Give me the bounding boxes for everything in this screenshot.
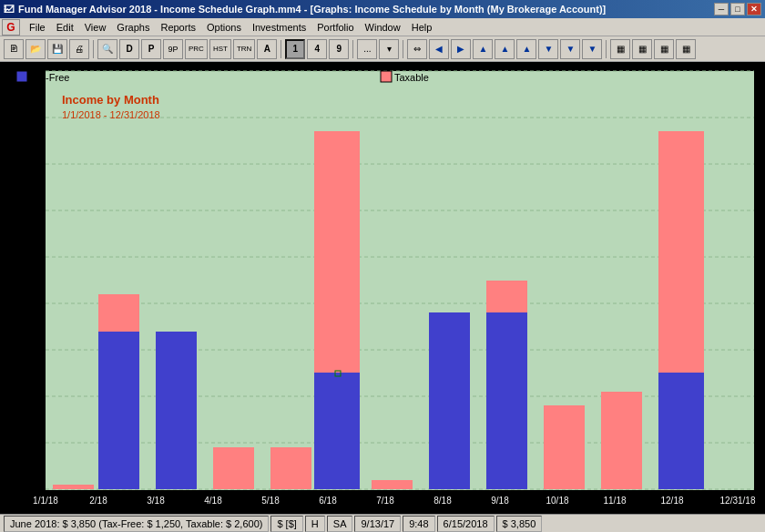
menu-reports[interactable]: Reports: [155, 20, 201, 35]
tb-down3[interactable]: ▼: [582, 39, 602, 59]
svg-text:4,000: 4,000: [15, 112, 41, 123]
svg-text:6/18: 6/18: [319, 496, 337, 506]
bar-jul-taxable: [372, 480, 413, 489]
status-bar: June 2018: $ 3,850 (Tax-Free: $ 1,250, T…: [0, 514, 765, 532]
status-sa-text: SA: [333, 518, 347, 529]
status-currency-text: $ [$]: [277, 518, 296, 529]
chart-container: 4,500 4,000 3,500 3,000 2,500 2,000 1,50…: [0, 62, 765, 514]
tb-up2[interactable]: ▲: [495, 39, 515, 59]
svg-text:12/18: 12/18: [660, 496, 683, 506]
sep3: [352, 40, 353, 58]
chart-svg: 4,500 4,000 3,500 3,000 2,500 2,000 1,50…: [0, 62, 765, 514]
menu-bar: G File Edit View Graphs Reports Options …: [0, 18, 765, 36]
tb-4[interactable]: 4: [307, 39, 327, 59]
status-h-text: H: [311, 518, 319, 529]
tb-chart3[interactable]: ▦: [654, 39, 674, 59]
bar-oct-taxable: [544, 405, 585, 489]
tb-open[interactable]: 📂: [26, 39, 46, 59]
tb-more[interactable]: ...: [357, 39, 377, 59]
menu-edit[interactable]: Edit: [51, 20, 79, 35]
minimize-button[interactable]: ─: [714, 3, 729, 15]
bar-sep-taxfree: [486, 312, 527, 489]
menu-view[interactable]: View: [79, 20, 112, 35]
bar-may-taxable: [270, 447, 311, 489]
app-menu-icon[interactable]: G: [2, 19, 20, 36]
menu-help[interactable]: Help: [406, 20, 438, 35]
svg-text:9/18: 9/18: [491, 496, 509, 506]
svg-text:2,000: 2,000: [15, 298, 41, 309]
menu-graphs[interactable]: Graphs: [111, 20, 155, 35]
menu-portfolio[interactable]: Portfolio: [311, 20, 359, 35]
menu-window[interactable]: Window: [360, 20, 406, 35]
tb-prc[interactable]: PRC: [185, 39, 208, 59]
status-amount: $ 3,850: [496, 516, 543, 532]
tb-save[interactable]: 💾: [47, 39, 67, 59]
svg-text:Tax-Free: Tax-Free: [30, 72, 69, 83]
status-left-text: June 2018: $ 3,850 (Tax-Free: $ 1,250, T…: [10, 518, 262, 529]
tb-9[interactable]: 9: [329, 39, 349, 59]
sep1: [93, 40, 94, 58]
tb-chart4[interactable]: ▦: [676, 39, 696, 59]
tb-trn[interactable]: TRN: [233, 39, 255, 59]
status-date1: 9/13/17: [354, 516, 401, 532]
status-date2-text: 6/15/2018: [444, 518, 488, 529]
menu-options[interactable]: Options: [201, 20, 247, 35]
svg-text:3,000: 3,000: [15, 205, 41, 216]
status-amount-text: $ 3,850: [503, 518, 536, 529]
menu-investments[interactable]: Investments: [247, 20, 311, 35]
status-currency: $ [$]: [270, 516, 302, 532]
tb-up3[interactable]: ▲: [516, 39, 536, 59]
tb-9p[interactable]: 9P: [163, 39, 183, 59]
svg-rect-24: [381, 71, 392, 82]
sep2: [280, 40, 281, 58]
svg-text:5/18: 5/18: [261, 496, 280, 506]
toolbar: 🖹 📂 💾 🖨 🔍 D P 9P PRC HST TRN A 1 4 9 ...…: [0, 36, 765, 62]
svg-text:3/18: 3/18: [147, 496, 165, 506]
tb-right[interactable]: ▶: [451, 39, 471, 59]
svg-rect-1: [46, 71, 754, 490]
svg-text:1/1/2018 - 12/31/2018: 1/1/2018 - 12/31/2018: [62, 109, 160, 120]
window-title: Fund Manager Advisor 2018 - Income Sched…: [18, 4, 714, 15]
tb-d[interactable]: D: [119, 39, 139, 59]
title-bar: 🗠 Fund Manager Advisor 2018 - Income Sch…: [0, 0, 765, 18]
svg-text:2/18: 2/18: [89, 496, 107, 506]
tb-down1[interactable]: ▼: [538, 39, 558, 59]
tb-chart2[interactable]: ▦: [632, 39, 652, 59]
tb-a[interactable]: A: [257, 39, 277, 59]
close-button[interactable]: ✕: [747, 3, 761, 15]
tb-down2[interactable]: ▼: [560, 39, 580, 59]
tb-exchange[interactable]: ⇔: [407, 39, 427, 59]
svg-text:Income by Month: Income by Month: [62, 93, 159, 107]
bar-jan-taxable: [53, 485, 94, 489]
svg-text:4/18: 4/18: [204, 496, 222, 506]
tb-print[interactable]: 🖨: [69, 39, 89, 59]
tb-zoom[interactable]: 🔍: [97, 39, 117, 59]
svg-text:1,500: 1,500: [15, 344, 41, 355]
svg-text:8/18: 8/18: [434, 496, 452, 506]
tb-up1[interactable]: ▲: [473, 39, 493, 59]
tb-new[interactable]: 🖹: [4, 39, 24, 59]
tb-left[interactable]: ◀: [429, 39, 449, 59]
bar-apr-taxable: [213, 447, 254, 489]
sep5: [606, 40, 607, 58]
bar-mar-taxfree: [156, 332, 197, 489]
svg-text:500: 500: [25, 437, 41, 448]
bar-nov-taxable: [601, 392, 642, 489]
svg-text:11/18: 11/18: [603, 496, 626, 506]
menu-file[interactable]: File: [24, 20, 51, 35]
tb-p[interactable]: P: [141, 39, 161, 59]
svg-text:1/1/18: 1/1/18: [33, 496, 58, 506]
status-info: June 2018: $ 3,850 (Tax-Free: $ 1,250, T…: [4, 516, 269, 532]
tb-hst[interactable]: HST: [209, 39, 231, 59]
sep4: [403, 40, 403, 58]
tb-dropdown[interactable]: ▾: [379, 39, 399, 59]
maximize-button[interactable]: □: [730, 3, 745, 15]
svg-text:Taxable: Taxable: [394, 72, 429, 83]
svg-text:2,500: 2,500: [15, 251, 41, 262]
status-date1-text: 9/13/17: [361, 518, 394, 529]
tb-chart1[interactable]: ▦: [610, 39, 630, 59]
tb-1[interactable]: 1: [285, 39, 305, 59]
window-controls: ─ □ ✕: [714, 3, 761, 15]
status-time: 9:48: [403, 516, 434, 532]
bar-feb-taxfree: [98, 332, 139, 489]
